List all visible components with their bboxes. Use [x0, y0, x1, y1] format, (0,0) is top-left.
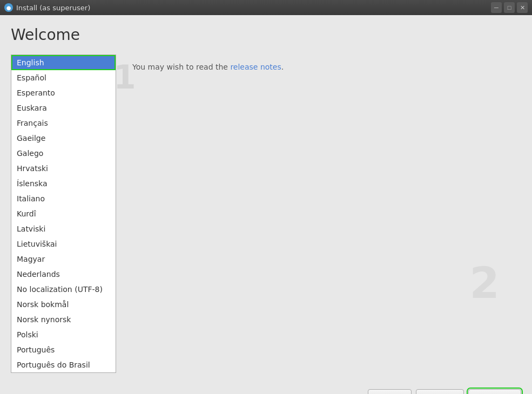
close-button[interactable]: ✕ — [517, 2, 528, 13]
right-panel: You may wish to read the release notes. — [116, 55, 521, 373]
language-item-gaeilge[interactable]: Gaeilge — [11, 131, 116, 146]
language-item-espanol[interactable]: Español — [11, 70, 116, 85]
language-item-euskara[interactable]: Euskara — [11, 100, 116, 116]
titlebar: ● Install (as superuser) ─ □ ✕ — [0, 0, 532, 15]
release-note-text: You may wish to read the release notes. — [132, 63, 505, 71]
language-item-portugues-brasil[interactable]: Português do Brasil — [11, 357, 116, 372]
language-item-norsk-nynorsk[interactable]: Norsk nynorsk — [11, 312, 116, 327]
window-controls: ─ □ ✕ — [491, 2, 528, 13]
language-item-francais[interactable]: Français — [11, 116, 116, 131]
language-item-hrvatski[interactable]: Hrvatski — [11, 161, 116, 176]
installer-window: ● Install (as superuser) ─ □ ✕ Welcome 1… — [0, 0, 532, 394]
window-title: Install (as superuser) — [16, 4, 491, 12]
quit-button[interactable]: ● Quit — [368, 389, 412, 394]
content-area: Welcome 1 2 EnglishEspañolEsperantoEuska… — [0, 15, 532, 384]
language-item-norsk-bokmal[interactable]: Norsk bokmål — [11, 297, 116, 312]
bottom-area: ● Quit ◀ Back Continue — [0, 384, 532, 394]
language-list[interactable]: EnglishEspañolEsperantoEuskaraFrançaisGa… — [11, 55, 116, 373]
language-item-italiano[interactable]: Italiano — [11, 191, 116, 206]
back-button[interactable]: ◀ Back — [416, 389, 464, 394]
language-item-lietuviskai[interactable]: Lietuviškai — [11, 236, 116, 252]
window-icon: ● — [4, 3, 13, 12]
language-item-kurdi[interactable]: Kurdî — [11, 206, 116, 221]
continue-button[interactable]: Continue — [468, 389, 521, 394]
language-item-islenska[interactable]: Íslenska — [11, 176, 116, 191]
language-item-latviski[interactable]: Latviski — [11, 221, 116, 236]
release-note-prefix: You may wish to read the — [132, 63, 230, 71]
language-item-galego[interactable]: Galego — [11, 146, 116, 161]
language-item-english[interactable]: English — [11, 55, 116, 70]
main-content: EnglishEspañolEsperantoEuskaraFrançaisGa… — [11, 55, 521, 373]
minimize-button[interactable]: ─ — [491, 2, 502, 13]
release-notes-link[interactable]: release notes — [230, 63, 281, 71]
language-item-nederlands[interactable]: Nederlands — [11, 267, 116, 282]
language-item-portugues[interactable]: Português — [11, 342, 116, 357]
release-note-suffix: . — [281, 63, 284, 71]
language-item-magyar[interactable]: Magyar — [11, 252, 116, 267]
button-row: ● Quit ◀ Back Continue — [11, 389, 521, 394]
maximize-button[interactable]: □ — [504, 2, 515, 13]
language-item-no-localization[interactable]: No localization (UTF-8) — [11, 282, 116, 297]
language-item-esperanto[interactable]: Esperanto — [11, 85, 116, 100]
language-item-polski[interactable]: Polski — [11, 327, 116, 342]
page-title: Welcome — [11, 26, 521, 44]
